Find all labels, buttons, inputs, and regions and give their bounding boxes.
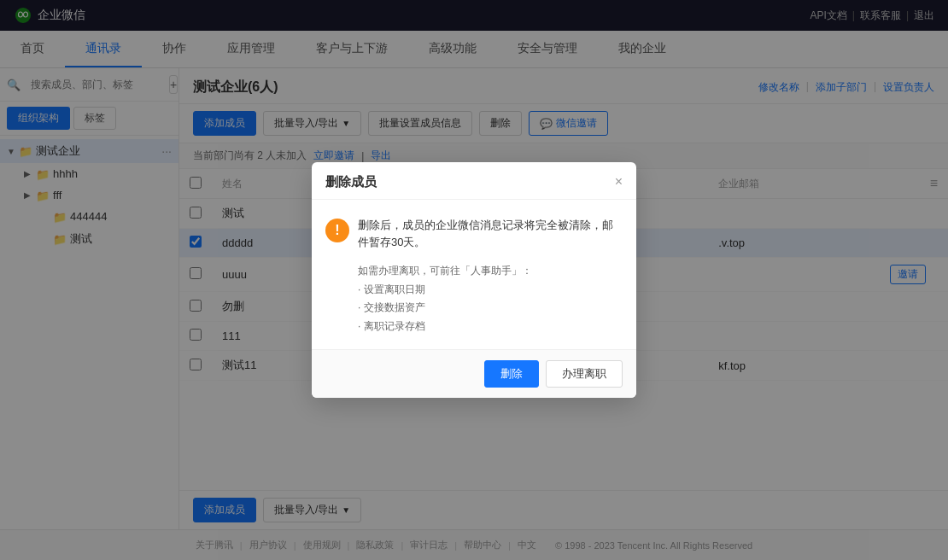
modal-warn-row: ! 删除后，成员的企业微信消息记录将完全被清除，邮件暂存30天。 bbox=[325, 217, 623, 253]
warning-icon: ! bbox=[325, 219, 349, 242]
modal-close-button[interactable]: × bbox=[615, 175, 623, 189]
modal-sub-item-3: · 离职记录存档 bbox=[358, 318, 623, 336]
delete-member-modal: 删除成员 × ! 删除后，成员的企业微信消息记录将完全被清除，邮件暂存30天。 … bbox=[312, 162, 636, 399]
modal-warn-text: 删除后，成员的企业微信消息记录将完全被清除，邮件暂存30天。 bbox=[358, 217, 623, 253]
modal-body: ! 删除后，成员的企业微信消息记录将完全被清除，邮件暂存30天。 如需办理离职，… bbox=[312, 200, 636, 350]
modal-sub-item-2: · 交接数据资产 bbox=[358, 299, 623, 318]
modal-sub-title: 如需办理离职，可前往「人事助手」： bbox=[358, 262, 623, 281]
modal-sub-section: 如需办理离职，可前往「人事助手」： · 设置离职日期 · 交接数据资产 · 离职… bbox=[358, 262, 623, 335]
modal-delete-button[interactable]: 删除 bbox=[484, 360, 539, 388]
modal-resign-button[interactable]: 办理离职 bbox=[546, 360, 623, 388]
modal-sub-item-1: · 设置离职日期 bbox=[358, 281, 623, 300]
modal-header: 删除成员 × bbox=[312, 162, 636, 200]
modal-footer: 删除 办理离职 bbox=[312, 349, 636, 398]
modal-title: 删除成员 bbox=[325, 174, 377, 190]
modal-overlay: 删除成员 × ! 删除后，成员的企业微信消息记录将完全被清除，邮件暂存30天。 … bbox=[0, 0, 948, 560]
